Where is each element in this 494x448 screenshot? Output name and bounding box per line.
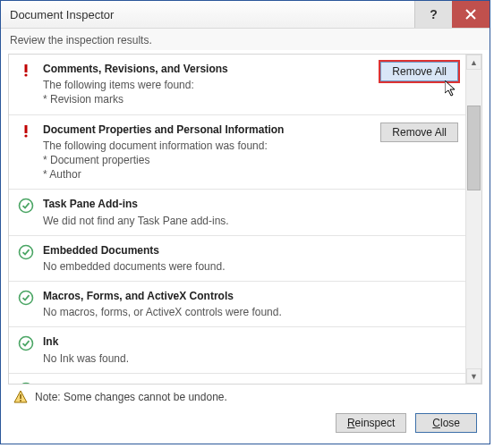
- result-body: InkNo Ink was found.: [43, 334, 369, 365]
- result-status-icon: [18, 334, 34, 365]
- subheader-label: Review the inspection results.: [1, 29, 490, 50]
- window-buttons: ?: [414, 1, 490, 28]
- result-status-icon: [18, 381, 34, 384]
- titlebar: Document Inspector ?: [1, 1, 490, 29]
- result-body: Macros, Forms, and ActiveX ControlsNo ma…: [43, 289, 369, 319]
- result-detail: No macros, forms, or ActiveX controls we…: [43, 305, 369, 319]
- svg-point-3: [24, 73, 27, 76]
- remove-all-button[interactable]: Remove All: [380, 123, 458, 142]
- result-status-icon: [18, 123, 34, 182]
- alert-icon: [19, 123, 33, 138]
- close-button-mnemonic: C: [432, 417, 440, 429]
- result-status-icon: [18, 243, 34, 274]
- alert-icon: [19, 63, 33, 77]
- result-item: Macros, Forms, and ActiveX ControlsNo ma…: [9, 282, 465, 327]
- result-item: Task Pane Add-insWe did not find any Tas…: [9, 190, 465, 235]
- checkmark-circle-icon: [18, 335, 34, 351]
- result-body: Task Pane Add-insWe did not find any Tas…: [43, 197, 369, 227]
- result-item: Embedded DocumentsNo embedded documents …: [9, 236, 465, 282]
- scroll-thumb[interactable]: [467, 106, 481, 190]
- scroll-up-button[interactable]: ▲: [466, 55, 481, 70]
- result-action-col: [378, 197, 458, 227]
- dialog-buttons: Reinspect Close: [1, 408, 490, 444]
- result-title: Collapsed Headings: [43, 381, 369, 384]
- result-status-icon: [18, 289, 34, 319]
- window-close-button[interactable]: [452, 1, 490, 28]
- result-body: Embedded DocumentsNo embedded documents …: [43, 243, 369, 274]
- result-action-col: Remove All: [378, 62, 458, 107]
- close-button[interactable]: Close: [415, 413, 477, 433]
- result-title: Comments, Revisions, and Versions: [43, 62, 369, 76]
- result-status-icon: [18, 62, 34, 107]
- result-item: Comments, Revisions, and VersionsThe fol…: [9, 55, 465, 115]
- remove-all-button[interactable]: Remove All: [380, 62, 458, 81]
- dialog-title: Document Inspector: [10, 8, 114, 21]
- result-item: Document Properties and Personal Informa…: [9, 115, 465, 190]
- close-icon: [465, 9, 476, 20]
- result-title: Embedded Documents: [43, 243, 369, 258]
- result-detail: The following document information was f…: [43, 139, 369, 153]
- scroll-track[interactable]: [466, 70, 481, 368]
- result-detail: We did not find any Task Pane add-ins.: [43, 214, 369, 228]
- result-action-col: Remove All: [378, 123, 458, 182]
- result-body: Document Properties and Personal Informa…: [43, 123, 369, 182]
- document-inspector-dialog: Document Inspector ? Review the inspecti…: [0, 0, 490, 444]
- result-title: Ink: [43, 334, 369, 349]
- result-body: Collapsed Headings: [43, 381, 369, 384]
- close-button-rest: lose: [440, 417, 460, 429]
- checkmark-circle-icon: [18, 244, 34, 260]
- footer-note-text: Note: Some changes cannot be undone.: [35, 391, 227, 403]
- checkmark-circle-icon: [18, 290, 34, 306]
- svg-point-5: [24, 134, 27, 137]
- footer-note: Note: Some changes cannot be undone.: [1, 385, 490, 408]
- checkmark-circle-icon: [18, 382, 34, 384]
- result-title: Document Properties and Personal Informa…: [43, 123, 369, 137]
- result-title: Task Pane Add-ins: [43, 197, 369, 211]
- svg-point-12: [20, 400, 21, 402]
- result-bullet: * Author: [43, 167, 369, 182]
- result-detail: No Ink was found.: [43, 351, 369, 366]
- warning-triangle-icon: [13, 390, 28, 404]
- result-bullet: * Document properties: [43, 153, 369, 167]
- result-item: InkNo Ink was found.: [9, 327, 465, 373]
- result-body: Comments, Revisions, and VersionsThe fol…: [43, 62, 369, 107]
- result-bullet: * Revision marks: [43, 92, 369, 106]
- result-item: Collapsed Headings: [9, 374, 465, 384]
- result-title: Macros, Forms, and ActiveX Controls: [43, 289, 369, 303]
- vertical-scrollbar[interactable]: ▲ ▼: [465, 55, 481, 384]
- result-detail: The following items were found:: [43, 78, 369, 92]
- scroll-down-button[interactable]: ▼: [466, 368, 481, 384]
- result-action-col: [378, 289, 458, 319]
- reinspect-button[interactable]: Reinspect: [336, 413, 406, 433]
- result-action-col: [378, 243, 458, 274]
- result-status-icon: [18, 197, 34, 227]
- result-action-col: [378, 381, 458, 384]
- result-detail: No embedded documents were found.: [43, 259, 369, 274]
- result-action-col: [378, 334, 458, 365]
- results-list: Comments, Revisions, and VersionsThe fol…: [9, 55, 465, 384]
- help-button[interactable]: ?: [414, 1, 452, 28]
- results-panel: Comments, Revisions, and VersionsThe fol…: [8, 54, 482, 385]
- checkmark-circle-icon: [18, 198, 34, 214]
- svg-point-10: [20, 383, 33, 384]
